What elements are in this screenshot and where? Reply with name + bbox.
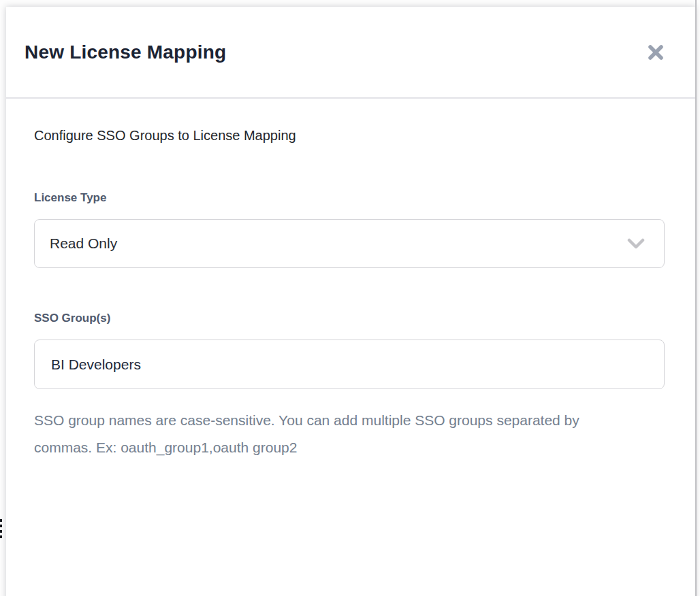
modal-title: New License Mapping xyxy=(25,42,226,63)
sso-groups-label: SSO Group(s) xyxy=(34,311,665,326)
chevron-down-icon xyxy=(627,238,645,249)
close-icon xyxy=(646,43,665,62)
list-icon-bar xyxy=(0,519,2,522)
modal-body: Configure SSO Groups to License Mapping … xyxy=(6,99,695,461)
license-type-field-group: License Type Read Only xyxy=(34,191,665,268)
license-type-label: License Type xyxy=(34,191,665,205)
sso-groups-helper-text: SSO group names are case-sensitive. You … xyxy=(34,407,592,461)
license-type-selected-value: Read Only xyxy=(50,235,117,252)
viewport-right-edge-line xyxy=(695,0,697,596)
list-icon-bar xyxy=(0,535,2,538)
modal-header: New License Mapping xyxy=(6,7,695,99)
license-type-select[interactable]: Read Only xyxy=(34,219,665,268)
modal-subtitle: Configure SSO Groups to License Mapping xyxy=(34,127,665,145)
list-icon-bar xyxy=(0,530,2,533)
page: New License Mapping Configure SSO Groups… xyxy=(0,0,700,596)
sso-groups-field-group: SSO Group(s) SSO group names are case-se… xyxy=(34,311,665,461)
close-button[interactable] xyxy=(643,40,668,65)
sso-groups-input[interactable] xyxy=(34,340,665,389)
list-icon xyxy=(0,519,3,538)
new-license-mapping-modal: New License Mapping Configure SSO Groups… xyxy=(6,7,695,596)
list-icon-bar xyxy=(0,525,2,527)
